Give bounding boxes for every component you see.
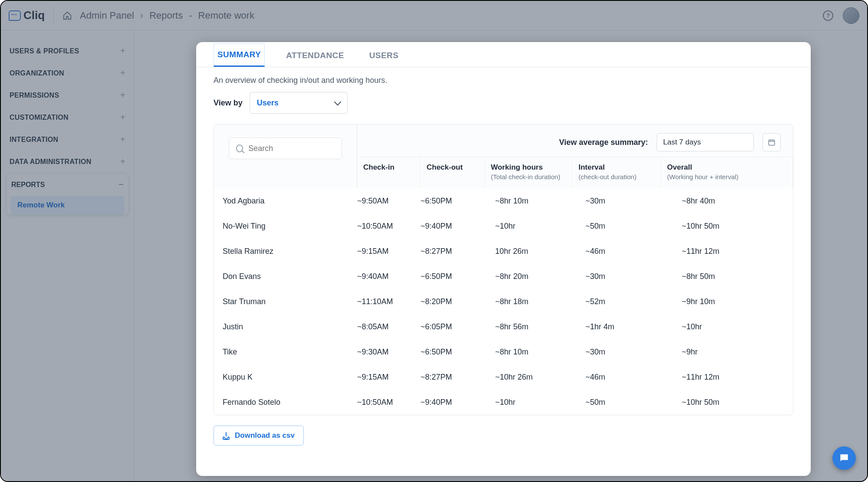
chevron-right-icon: › [140, 10, 143, 21]
app-name: Cliq [23, 9, 45, 22]
sidebar-reports-card: REPORTS − Remote Work [7, 174, 128, 215]
table-row[interactable]: Yod Agbaria~9:50AM~6:50PM~8hr 10m~30m~8h… [214, 188, 793, 213]
cell-checkin: ~10:50AM [357, 398, 421, 407]
cell-working: ~8hr 10m [485, 197, 572, 206]
sidebar: USERS & PROFILES+ ORGANIZATION+ PERMISSI… [1, 30, 135, 481]
search-input[interactable] [248, 144, 335, 153]
cell-interval: ~52m [572, 297, 661, 306]
cell-interval: ~30m [572, 197, 661, 206]
range-select[interactable]: Last 7 days [657, 133, 754, 151]
topbar: Cliq Admin Panel › Reports - Remote work… [1, 1, 867, 30]
col-interval: Interval(check-out duration) [572, 157, 661, 188]
cell-working: ~8hr 20m [485, 272, 572, 281]
home-icon[interactable] [62, 11, 72, 20]
help-icon[interactable]: ? [823, 10, 833, 21]
search-icon [236, 144, 243, 152]
plus-icon: + [120, 68, 125, 78]
cell-working: ~8hr 10m [485, 348, 572, 357]
cell-interval: ~30m [572, 348, 661, 357]
col-working: Working hours(Total check-in duration) [485, 157, 572, 188]
cell-overall: ~9hr [661, 348, 793, 357]
tab-summary[interactable]: SUMMARY [214, 43, 265, 67]
cell-overall: ~8hr 40m [661, 197, 793, 206]
table-row[interactable]: Justin~8:05AM~6:05PM~8hr 56m~1hr 4m~10hr [214, 314, 793, 339]
app-logo[interactable]: Cliq [9, 9, 45, 22]
chat-icon [838, 452, 850, 464]
sidebar-item-customization[interactable]: CUSTOMIZATION+ [7, 106, 128, 128]
cell-interval: ~1hr 4m [572, 322, 661, 331]
cell-working: ~8hr 56m [485, 322, 572, 331]
cell-checkin: ~9:50AM [357, 197, 421, 206]
cell-checkout: ~8:20PM [421, 297, 485, 306]
cell-name: Tike [214, 348, 357, 357]
cell-checkout: ~9:40PM [421, 398, 485, 407]
cell-interval: ~50m [572, 222, 661, 231]
column-headers: Check-in Check-out Working hours(Total c… [357, 157, 793, 188]
plus-icon: + [120, 134, 125, 144]
reports-panel: SUMMARY ATTENDANCE USERS An overview of … [196, 42, 811, 476]
cell-checkin: ~8:05AM [357, 322, 421, 331]
table-row[interactable]: Tike~9:30AM~6:50PM~8hr 10m~30m~9hr [214, 339, 793, 364]
breadcrumb-root[interactable]: Admin Panel [80, 10, 134, 21]
cell-name: Stella Ramirez [214, 247, 357, 256]
cell-name: Justin [214, 322, 357, 331]
cell-checkin: ~10:50AM [357, 222, 421, 231]
table-row[interactable]: Star Truman~11:10AM~8:20PM~8hr 18m~52m~9… [214, 289, 793, 314]
cell-checkout: ~6:50PM [421, 197, 485, 206]
summary-table: View average summary: Last 7 days Check-… [214, 124, 793, 415]
sidebar-item-organization[interactable]: ORGANIZATION+ [7, 62, 128, 84]
table-row[interactable]: Fernando Sotelo~10:50AM~9:40PM~10hr~50m~… [214, 390, 793, 415]
cell-overall: ~11hr 12m [661, 247, 793, 256]
search-input-wrap[interactable] [229, 138, 342, 159]
cell-checkout: ~6:50PM [421, 348, 485, 357]
sidebar-item-permissions[interactable]: PERMISSIONS+ [7, 84, 128, 106]
cell-working: ~10hr [485, 398, 572, 407]
cell-interval: ~46m [572, 247, 661, 256]
cell-checkout: ~8:27PM [421, 373, 485, 382]
sidebar-item-integration[interactable]: INTEGRATION+ [7, 128, 128, 151]
sidebar-item-data-administration[interactable]: DATA ADMINISTRATION+ [7, 151, 128, 173]
cell-name: Star Truman [214, 297, 357, 306]
user-avatar[interactable] [843, 7, 859, 24]
cell-working: ~10hr 26m [485, 373, 572, 382]
cell-name: Fernando Sotelo [214, 398, 357, 407]
cell-checkout: ~6:05PM [421, 322, 485, 331]
cell-name: Yod Agbaria [214, 197, 357, 206]
table-row[interactable]: Don Evans~9:40AM~6:50PM~8hr 20m~30m~8hr … [214, 264, 793, 289]
table-body[interactable]: Yod Agbaria~9:50AM~6:50PM~8hr 10m~30m~8h… [214, 188, 793, 415]
plus-icon: + [120, 46, 125, 56]
viewby-value: Users [257, 98, 279, 108]
breadcrumb-section[interactable]: Reports [149, 10, 183, 21]
breadcrumb-page: Remote work [198, 10, 255, 21]
viewby-label: View by [214, 98, 243, 108]
tab-users[interactable]: USERS [365, 44, 402, 67]
cell-checkin: ~9:15AM [357, 373, 421, 382]
table-row[interactable]: Stella Ramirez~9:15AM~8:27PM10hr 26m~46m… [214, 239, 793, 264]
cell-name: Kuppu K [214, 373, 357, 382]
cell-checkout: ~6:50PM [421, 272, 485, 281]
download-icon [223, 432, 230, 439]
download-csv-button[interactable]: Download as csv [214, 426, 304, 446]
viewby-select[interactable]: Users [250, 92, 348, 114]
cell-working: ~10hr [485, 222, 572, 231]
tab-attendance[interactable]: ATTENDANCE [282, 44, 348, 67]
calendar-button[interactable] [763, 133, 781, 151]
breadcrumb-sep: - [189, 10, 192, 21]
chat-fab[interactable] [832, 446, 856, 470]
cell-checkin: ~9:40AM [357, 272, 421, 281]
sidebar-item-users-profiles[interactable]: USERS & PROFILES+ [7, 40, 128, 62]
sidebar-item-reports[interactable]: REPORTS − [7, 174, 128, 194]
tabs: SUMMARY ATTENDANCE USERS [196, 42, 811, 67]
breadcrumb: Admin Panel › Reports - Remote work [80, 10, 254, 21]
table-row[interactable]: Kuppu K~9:15AM~8:27PM~10hr 26m~46m~11hr … [214, 364, 793, 390]
col-overall: Overall(Working hour + interval) [661, 157, 793, 188]
table-row[interactable]: No-Wei Ting~10:50AM~9:40PM~10hr~50m~10hr… [214, 213, 793, 239]
cell-overall: ~10hr [661, 322, 793, 331]
cliq-logo-icon [9, 10, 21, 21]
cell-checkout: ~9:40PM [421, 222, 485, 231]
col-checkin: Check-in [357, 157, 421, 188]
sidebar-sub-remote-work[interactable]: Remote Work [10, 196, 125, 215]
chevron-down-icon [334, 98, 341, 106]
plus-icon: + [120, 157, 125, 167]
cell-overall: ~11hr 12m [661, 373, 793, 382]
